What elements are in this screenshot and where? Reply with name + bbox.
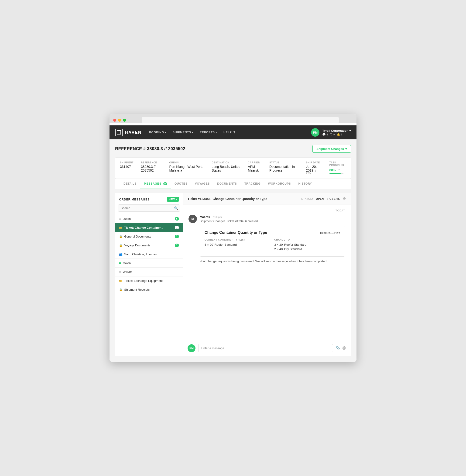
tab-history[interactable]: HISTORY [295,179,316,189]
browser-window: HAVEN BOOKING ▾ SHIPMENTS ▾ REPORTS ▾ HE… [109,114,357,362]
ticket-badge: 1 [175,226,179,229]
online-dot-icon [119,262,121,264]
ship-date-group: SHIP DATE Jan 20, 2019 ℹ ETD [306,161,322,175]
info-icon: ℹ [315,169,316,172]
header-right: STATUS: OPEN 4 USERS ⚙ [301,197,346,201]
offline-dot-icon [119,218,121,220]
change-to-col: CHANGE TO 3 × 20' Reefer Standard 2 × 40… [274,238,340,252]
address-bar[interactable] [142,117,339,123]
ticket-card-title: Change Container Quantity or Type [205,231,267,235]
message-sender-avatar: M [188,215,197,223]
messages-badge: 9 [163,182,167,185]
input-avatar: PM [187,344,196,352]
user-avatar[interactable]: PM [311,128,319,137]
sidebar-header: ORDER MESSAGES NEW + [115,193,183,204]
progress-bar [329,173,343,174]
chevron-down-icon: ▾ [349,129,351,132]
logo-box [115,129,123,136]
origin-group: ORIGIN Port Klang - West Port, Malaysia [169,161,204,175]
close-dot[interactable] [113,119,116,122]
chevron-down-icon: ▾ [192,131,193,134]
search-input[interactable] [118,204,180,212]
ticket-card: Change Container Quantity or Type Ticket… [200,226,345,257]
content-area: ORDER MESSAGES NEW + 🔍 Justin 5 [115,193,351,356]
tab-tracking[interactable]: TRACKING [241,179,265,189]
alert-notifications[interactable]: 🔔 3 [337,133,342,136]
voyage-docs-badge: 1 [175,244,179,247]
sidebar-item-shipment-receipts[interactable]: 🔒 Shipment Receipts [115,285,183,294]
nav-help[interactable]: HELP ? [223,131,235,134]
nav-shipments[interactable]: SHIPMENTS ▾ [173,131,193,134]
company-name: Tyrell Corporation ▾ [322,129,351,132]
message-area-header: Ticket #123456: Change Container Quantit… [183,193,351,204]
input-actions: 📎 @ [336,346,346,350]
offline-dot-icon [119,271,121,273]
users-count: 4 USERS [327,197,340,201]
lock-icon: 🔒 [119,244,122,247]
mention-icon[interactable]: @ [342,346,346,350]
messages-sidebar: ORDER MESSAGES NEW + 🔍 Justin 5 [115,193,183,356]
tab-voyages[interactable]: VOYAGES [191,179,213,189]
lock-icon: 🔒 [119,288,122,291]
change-to-values: 3 × 20' Reefer Standard 2 × 40' Dry Stan… [274,243,340,251]
sidebar-item-ticket-container[interactable]: 🎫 Ticket: Change Container... 1 [115,223,183,232]
shipment-info-bar: SHIPMENT 331407 REFERENCE 38080.3 // 203… [115,157,351,179]
shipment-changes-button[interactable]: Shipment Changes ▾ [313,145,351,153]
message-sender-name: Maersk [200,215,210,219]
chevron-down-icon: ▾ [345,147,347,151]
ticket-number: Ticket #123456 [320,231,340,235]
current-container-col: CURRENT CONTAINER TYPE(S) 5 × 20' Reefer… [205,238,270,252]
carrier-group: CARRIER APM-Maersk [248,161,262,175]
sidebar-item-voyage-docs[interactable]: 🔒 Voyage Documents 1 [115,241,183,250]
attachment-icon[interactable]: 📎 [336,346,340,350]
sidebar-list: Justin 5 🎫 Ticket: Change Container... 1… [115,214,183,294]
browser-controls [113,117,353,123]
sidebar-item-general-docs[interactable]: 🔒 General Documents 2 [115,232,183,241]
page-title: REFERENCE # 38080.3 // 2035502 [115,146,185,151]
nav-booking[interactable]: BOOKING ▾ [149,131,166,134]
new-message-button[interactable]: NEW + [167,197,179,202]
main-content: REFERENCE # 38080.3 // 2035502 Shipment … [109,139,357,362]
chat-icon: 🗨 [330,133,333,136]
message-input[interactable] [198,344,333,352]
gear-icon[interactable]: ⚙ [343,197,346,201]
messages-content: TODAY M Maersk 2:20 pm Shipment Changes … [183,204,351,340]
tabs-bar: DETAILS MESSAGES 9 QUOTES VOYAGES DOCUME… [115,179,351,189]
message-notifications[interactable]: 💬 4 [322,133,328,136]
logo-area: HAVEN [115,129,142,136]
sidebar-item-owen[interactable]: Owen [115,259,183,268]
question-icon: ? [233,131,235,134]
tab-workgroups[interactable]: WORKGROUPS [265,179,295,189]
chat-notifications[interactable]: 🗨 9 [330,133,335,136]
processing-text: Your change request is being processed. … [200,260,345,263]
nav-reports[interactable]: REPORTS ▾ [200,131,217,134]
message-icon: 💬 [322,133,326,136]
progress-bar-container: 80% ⏱ [329,168,346,172]
message-body: Maersk 2:20 pm Shipment Changes Ticket #… [200,215,345,263]
message-row: M Maersk 2:20 pm Shipment Changes Ticket… [188,215,345,263]
tab-details[interactable]: DETAILS [120,179,140,189]
lock-icon: 🔒 [119,235,122,238]
ticket-grid: CURRENT CONTAINER TYPE(S) 5 × 20' Reefer… [205,238,340,252]
status-group: STATUS Documentation in Progress [269,161,299,175]
top-nav: HAVEN BOOKING ▾ SHIPMENTS ▾ REPORTS ▾ HE… [109,125,357,139]
tab-quotes[interactable]: QUOTES [171,179,191,189]
sidebar-item-ticket-exchange[interactable]: 🎫 Ticket: Exchange Equipment [115,276,183,285]
tab-documents[interactable]: DOCUMENTS [213,179,241,189]
sidebar-title: ORDER MESSAGES [119,198,150,201]
sidebar-item-justin[interactable]: Justin 5 [115,214,183,223]
ticket-icon: 🎫 [119,226,122,229]
minimize-dot[interactable] [118,119,121,122]
message-area: Ticket #123456: Change Container Quantit… [183,193,351,356]
sidebar-item-sam-group[interactable]: 👥 Sam, Christine, Thomas, ... [115,250,183,259]
maximize-dot[interactable] [123,119,126,122]
company-info: Tyrell Corporation ▾ 💬 4 🗨 9 🔔 3 [322,129,351,136]
chevron-down-icon: ▾ [165,131,166,134]
destination-group: DESTINATION Long Beach, United States [212,161,241,175]
sidebar-item-william[interactable]: William [115,268,183,276]
tab-messages[interactable]: MESSAGES 9 [140,179,171,189]
task-progress-group: TASK PROGRESS 80% ⏱ [329,161,346,175]
message-time: 2:20 pm [212,216,222,218]
ticket-icon: 🎫 [119,279,122,283]
notification-bar: 💬 4 🗨 9 🔔 3 [322,133,351,136]
